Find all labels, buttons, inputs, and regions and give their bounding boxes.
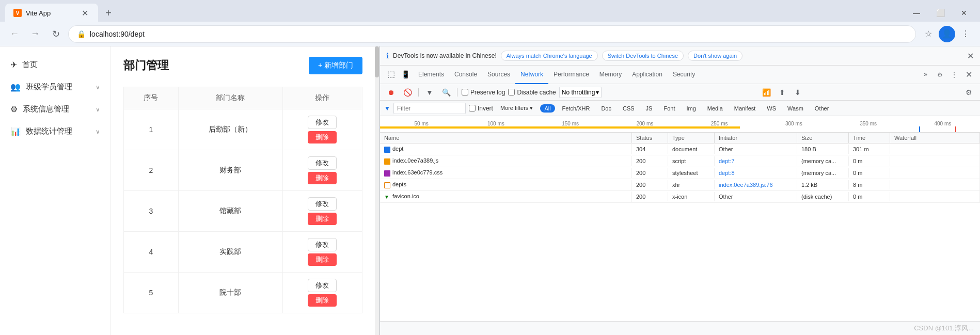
throttle-selector[interactable]: No throttling ▾: [559, 87, 602, 98]
col-status-header[interactable]: Status: [632, 133, 668, 143]
network-table-row[interactable]: dept 304 document Other 180 B 301 m: [380, 143, 980, 155]
filter-type-ws[interactable]: WS: [763, 104, 780, 113]
wifi-icon[interactable]: 📶: [760, 86, 773, 99]
info-bar-close-button[interactable]: ✕: [967, 51, 974, 61]
new-tab-button[interactable]: +: [100, 5, 117, 21]
forward-button[interactable]: →: [27, 26, 43, 42]
invert-label[interactable]: Invert: [469, 105, 493, 112]
col-initiator-header[interactable]: Initiator: [715, 133, 797, 143]
sidebar-item-stats[interactable]: 📊 数据统计管理 ∨: [0, 121, 110, 141]
sidebar-item-home[interactable]: ✈ 首页: [0, 55, 110, 75]
net-cell-initiator: dept:8: [715, 168, 797, 178]
filter-type-other[interactable]: Other: [811, 104, 833, 113]
tab-network[interactable]: Network: [515, 66, 548, 84]
filter-type-all[interactable]: All: [540, 104, 555, 113]
download-icon[interactable]: ⬇: [791, 86, 804, 99]
sidebar-item-class-management[interactable]: 👥 班级学员管理 ∨: [0, 77, 110, 97]
close-button[interactable]: ✕: [952, 5, 976, 21]
add-dept-button[interactable]: + 新增部门: [309, 57, 362, 74]
col-type-header[interactable]: Type: [668, 133, 715, 143]
devtools-tabs: ⬚ 📱 Elements Console Sources Network Per…: [380, 66, 980, 84]
profile-button[interactable]: 👤: [939, 26, 955, 42]
preserve-log-checkbox[interactable]: [462, 89, 468, 95]
tab-elements[interactable]: Elements: [413, 66, 449, 84]
tab-close-button[interactable]: ✕: [80, 8, 90, 18]
active-tab[interactable]: V Vite App ✕: [5, 4, 98, 22]
initiator-link[interactable]: dept:7: [719, 158, 735, 164]
invert-checkbox[interactable]: [469, 105, 476, 111]
delete-button[interactable]: 删除: [308, 253, 337, 266]
delete-button[interactable]: 删除: [308, 172, 337, 184]
tab-sources[interactable]: Sources: [482, 66, 515, 84]
network-table-row[interactable]: index.63e0c779.css 200 stylesheet dept:8…: [380, 167, 980, 179]
row-name: 馆藏部: [178, 191, 282, 232]
dont-show-again-button[interactable]: Don't show again: [688, 51, 742, 61]
upload-icon[interactable]: ⬆: [776, 86, 789, 99]
tab-application[interactable]: Application: [627, 66, 668, 84]
devtools-more-options-icon[interactable]: ⋮: [947, 68, 961, 82]
col-time-header[interactable]: Time: [849, 133, 890, 143]
col-name-header[interactable]: Name: [380, 133, 632, 143]
devtools-settings-icon[interactable]: ⚙: [932, 68, 947, 82]
tick-50ms: 50 ms: [384, 121, 459, 126]
preserve-log-label[interactable]: Preserve log: [462, 89, 505, 96]
edit-button[interactable]: 修改: [308, 116, 337, 129]
delete-button[interactable]: 删除: [308, 213, 337, 225]
network-table-row[interactable]: index.0ee7a389.js 200 script dept:7 (mem…: [380, 155, 980, 167]
disable-cache-label[interactable]: Disable cache: [508, 89, 556, 96]
initiator-link[interactable]: index.0ee7a389.js:76: [719, 182, 773, 188]
tab-memory[interactable]: Memory: [594, 66, 627, 84]
search-icon-btn[interactable]: 🔍: [439, 86, 453, 99]
record-button[interactable]: ⏺: [384, 86, 398, 99]
filter-input[interactable]: [393, 103, 466, 114]
edit-button[interactable]: 修改: [308, 238, 337, 251]
filter-type-media[interactable]: Media: [703, 104, 727, 113]
sidebar-item-system[interactable]: ⚙ 系统信息管理 ∨: [0, 99, 110, 119]
delete-button[interactable]: 删除: [308, 294, 337, 307]
reload-button[interactable]: ↻: [48, 26, 64, 42]
filter-type-doc[interactable]: Doc: [597, 104, 615, 113]
filter-type-js[interactable]: JS: [642, 104, 657, 113]
scrollbar-track[interactable]: [375, 46, 379, 335]
initiator-link[interactable]: dept:8: [719, 170, 735, 176]
filter-type-css[interactable]: CSS: [619, 104, 639, 113]
more-filters-btn[interactable]: More filters ▾: [496, 104, 537, 113]
edit-button[interactable]: 修改: [308, 156, 337, 170]
bookmark-button[interactable]: ☆: [920, 26, 937, 42]
edit-button[interactable]: 修改: [308, 197, 337, 211]
filter-icon-btn[interactable]: ▼: [423, 86, 436, 99]
network-settings-icon[interactable]: ⚙: [962, 86, 976, 99]
filter-type-font[interactable]: Font: [659, 104, 679, 113]
back-button[interactable]: ←: [6, 26, 23, 42]
net-cell-type: x-icon: [668, 192, 715, 201]
clear-button[interactable]: 🚫: [401, 86, 414, 99]
more-tabs-button[interactable]: »: [919, 66, 932, 84]
initiator-text: Other: [719, 194, 733, 200]
filter-type-fetch[interactable]: Fetch/XHR: [558, 104, 594, 113]
maximize-button[interactable]: ⬜: [928, 5, 952, 21]
devtools-device-icon[interactable]: 📱: [398, 66, 413, 84]
delete-button[interactable]: 删除: [308, 131, 337, 143]
edit-button[interactable]: 修改: [308, 279, 337, 292]
filter-type-wasm[interactable]: Wasm: [783, 104, 808, 113]
tab-performance[interactable]: Performance: [548, 66, 594, 84]
menu-button[interactable]: ⋮: [957, 26, 974, 42]
scrollbar-thumb[interactable]: [375, 46, 379, 77]
tab-console[interactable]: Console: [449, 66, 482, 84]
tab-security[interactable]: Security: [668, 66, 700, 84]
disable-cache-checkbox[interactable]: [508, 89, 515, 95]
network-table-row[interactable]: ▼favicon.ico 200 x-icon Other (disk cach…: [380, 191, 980, 203]
devtools-inspect-icon[interactable]: ⬚: [384, 66, 398, 84]
switch-chinese-button[interactable]: Switch DevTools to Chinese: [602, 51, 684, 61]
minimize-button[interactable]: —: [905, 5, 928, 21]
net-cell-status: 200: [632, 168, 668, 178]
tick-300ms: 300 ms: [756, 121, 831, 126]
devtools-close-icon[interactable]: ✕: [961, 68, 976, 82]
url-bar[interactable]: 🔒 localhost:90/dept: [68, 25, 916, 43]
filter-type-img[interactable]: Img: [682, 104, 700, 113]
col-size-header[interactable]: Size: [797, 133, 849, 143]
match-language-button[interactable]: Always match Chrome's language: [501, 51, 598, 61]
network-table-row[interactable]: depts 200 xhr index.0ee7a389.js:76 1.2 k…: [380, 179, 980, 191]
filter-type-manifest[interactable]: Manifest: [730, 104, 760, 113]
col-waterfall-header[interactable]: Waterfall: [890, 133, 980, 143]
